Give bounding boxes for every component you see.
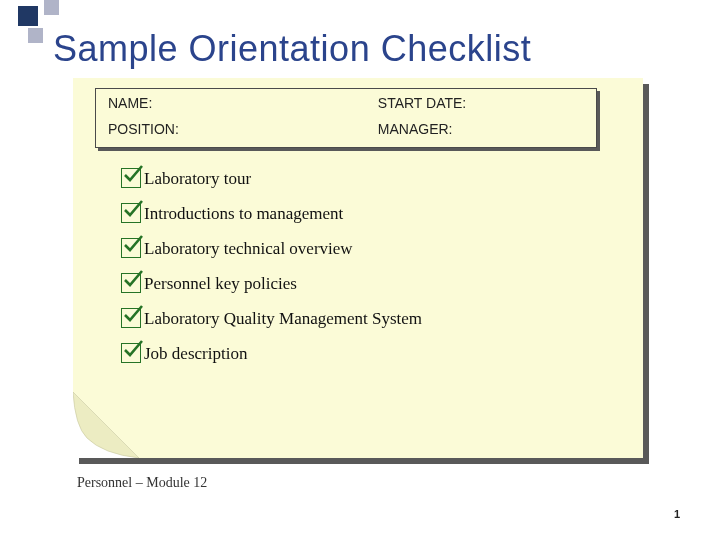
checklist-item: Personnel key policies: [121, 271, 422, 293]
checklist-item: Laboratory Quality Management System: [121, 306, 422, 328]
checklist-item-label: Personnel key policies: [144, 275, 297, 293]
checklist-item-label: Laboratory technical overview: [144, 240, 353, 258]
checklist-item-label: Laboratory tour: [144, 170, 251, 188]
checklist-item: Laboratory tour: [121, 166, 422, 188]
checklist-item: Introductions to management: [121, 201, 422, 223]
page-title: Sample Orientation Checklist: [53, 28, 531, 70]
checkmark-icon: [121, 166, 143, 188]
page-number: 1: [674, 508, 680, 520]
checklist-item: Job description: [121, 341, 422, 363]
info-box: NAME: START DATE: POSITION: MANAGER:: [95, 88, 597, 148]
checkmark-icon: [121, 201, 143, 223]
note-card: NAME: START DATE: POSITION: MANAGER: Lab…: [73, 78, 643, 458]
checkmark-icon: [121, 271, 143, 293]
checkmark-icon: [121, 341, 143, 363]
position-label: POSITION:: [96, 115, 366, 141]
manager-label: MANAGER:: [366, 115, 596, 141]
name-label: NAME:: [96, 89, 366, 115]
page-curl-icon: [73, 394, 137, 458]
checkmark-icon: [121, 306, 143, 328]
checklist-item-label: Job description: [144, 345, 247, 363]
checklist: Laboratory tour Introductions to managem…: [121, 166, 422, 376]
checklist-item-label: Introductions to management: [144, 205, 343, 223]
checkmark-icon: [121, 236, 143, 258]
start-date-label: START DATE:: [366, 89, 596, 115]
checklist-item-label: Laboratory Quality Management System: [144, 310, 422, 328]
footer-text: Personnel – Module 12: [77, 475, 207, 491]
checklist-item: Laboratory technical overview: [121, 236, 422, 258]
